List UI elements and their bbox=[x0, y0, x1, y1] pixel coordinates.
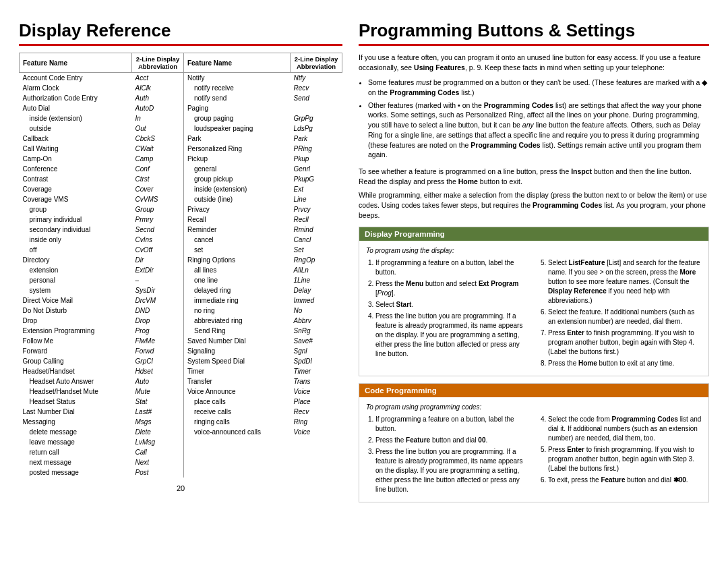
while-text: While programming, either make a selecti… bbox=[359, 190, 709, 220]
feature-abbrev-col1: Secnd bbox=[132, 225, 184, 235]
feature-abbrev-col2: Genrl bbox=[291, 164, 342, 174]
feature-abbrev-col1: Forwd bbox=[132, 346, 184, 356]
feature-name-col2: notify receive bbox=[183, 83, 290, 93]
display-prog-step-col2: Select the feature. If additional number… bbox=[548, 308, 702, 326]
feature-name-col1: Extension Programming bbox=[20, 326, 132, 336]
feature-table-container: Feature Name 2-Line Display Abbreviation… bbox=[19, 53, 342, 478]
bullet-1: Some features must be programmed on a bu… bbox=[368, 78, 709, 97]
feature-name-col2: voice-announced calls bbox=[183, 427, 290, 437]
left-title-rule bbox=[19, 44, 342, 46]
feature-name-col1: Conference bbox=[20, 164, 132, 174]
feature-name-col2: Signaling bbox=[183, 346, 290, 356]
table-row: Group CallingGrpClSystem Speed DialSpdDl bbox=[20, 356, 342, 366]
feature-name-col1: next message bbox=[20, 457, 132, 467]
feature-name-col1: Headset Status bbox=[20, 397, 132, 407]
feature-abbrev-col1: CvIns bbox=[132, 235, 184, 245]
feature-name-col2: Reminder bbox=[183, 225, 290, 235]
feature-abbrev-col1: Camp bbox=[132, 154, 184, 164]
table-row: inside (extension)Ingroup pagingGrpPg bbox=[20, 113, 342, 123]
feature-name-col1: posted message bbox=[20, 467, 132, 478]
feature-name-col1: secondary individual bbox=[20, 225, 132, 235]
code-prog-step-col1: Press the Feature button and dial 00. bbox=[375, 436, 529, 445]
feature-name-col2: Ringing Options bbox=[183, 255, 290, 265]
display-prog-step-col1: Press the Menu button and select Ext Pro… bbox=[375, 279, 529, 298]
feature-abbrev-col2: Ext bbox=[291, 184, 342, 194]
feature-name-col2: no ring bbox=[183, 306, 290, 316]
feature-abbrev-col1: LvMsg bbox=[132, 437, 184, 447]
feature-abbrev-col2: PRing bbox=[291, 144, 342, 154]
feature-abbrev-col2: Cancl bbox=[291, 235, 342, 245]
table-row: CoverageCoverinside (extension)Ext bbox=[20, 184, 342, 194]
feature-abbrev-col2: Trans bbox=[291, 376, 342, 386]
feature-name-col1: delete message bbox=[20, 427, 132, 437]
left-title: Display Reference bbox=[19, 20, 342, 41]
feature-abbrev-col1: CWait bbox=[132, 144, 184, 154]
table-row: ForwardForwdSignalingSgnl bbox=[20, 346, 342, 356]
table-row: offCvOffsetSet bbox=[20, 245, 342, 255]
feature-name-col1: system bbox=[20, 285, 132, 295]
right-column: Programming Buttons & Settings If you us… bbox=[359, 20, 709, 565]
feature-abbrev-col1: Dlete bbox=[132, 427, 184, 437]
table-row: secondary individualSecndReminderRmind bbox=[20, 225, 342, 235]
feature-name-col1: Contrast bbox=[20, 174, 132, 184]
table-row: Coverage VMSCvVMSoutside (line)Line bbox=[20, 194, 342, 204]
feature-name-col2: general bbox=[183, 164, 290, 174]
feature-abbrev-col2: Set bbox=[291, 245, 342, 255]
feature-name-col2: abbreviated ring bbox=[183, 316, 290, 326]
feature-abbrev-col1: Out bbox=[132, 123, 184, 134]
table-row: personal–one line1Line bbox=[20, 275, 342, 285]
left-column: Display Reference Feature Name 2-Line Di… bbox=[19, 20, 342, 565]
right-title: Programming Buttons & Settings bbox=[359, 20, 709, 41]
display-prog-step-col1: Press the line button you are programmin… bbox=[375, 312, 529, 359]
display-prog-step-col2: Press the Home button to exit at any tim… bbox=[548, 359, 702, 368]
feature-name-col2: delayed ring bbox=[183, 285, 290, 295]
feature-abbrev-col2: Recll bbox=[291, 214, 342, 225]
feature-name-col1: Forward bbox=[20, 346, 132, 356]
feature-abbrev-col2: RngOp bbox=[291, 255, 342, 265]
display-prog-col2: Select ListFeature [List] and search for… bbox=[539, 258, 702, 370]
feature-abbrev-col2: SpdDl bbox=[291, 356, 342, 366]
feature-abbrev-col2: Timer bbox=[291, 366, 342, 376]
display-prog-body: To program using the display: If program… bbox=[359, 241, 708, 376]
feature-abbrev-col2: Rmind bbox=[291, 225, 342, 235]
table-row: primary individualPrmryRecallRecll bbox=[20, 214, 342, 225]
feature-abbrev-col1: SysDir bbox=[132, 285, 184, 295]
feature-abbrev-col1: Stat bbox=[132, 397, 184, 407]
feature-abbrev-col1: DrcVM bbox=[132, 295, 184, 306]
feature-abbrev-col1: DND bbox=[132, 306, 184, 316]
table-row: Authorization Code EntryAuthnotify sendS… bbox=[20, 93, 342, 103]
th-feature-name-2: Feature Name bbox=[183, 53, 290, 73]
display-prog-step-col1: Select Start. bbox=[375, 300, 529, 310]
table-row: next messageNext bbox=[20, 457, 342, 467]
code-prog-col2: Select the code from Programming Codes l… bbox=[539, 415, 702, 496]
table-row: posted messagePost bbox=[20, 467, 342, 478]
feature-name-col1: Headset/Handset bbox=[20, 366, 132, 376]
feature-name-col2: Timer bbox=[183, 366, 290, 376]
feature-abbrev-col1: Prog bbox=[132, 326, 184, 336]
th-line-display-2: 2-Line Display Abbreviation bbox=[291, 53, 342, 73]
feature-abbrev-col1: Ctrst bbox=[132, 174, 184, 184]
table-row: Camp-OnCampPickupPkup bbox=[20, 154, 342, 164]
feature-abbrev-col1: AlClk bbox=[132, 83, 184, 93]
feature-name-col1: Account Code Entry bbox=[20, 73, 132, 84]
feature-abbrev-col2: Voice bbox=[291, 386, 342, 397]
table-row: Direct Voice MailDrcVMimmediate ringImme… bbox=[20, 295, 342, 306]
table-row: inside onlyCvInscancelCancl bbox=[20, 235, 342, 245]
feature-abbrev-col1: CbckS bbox=[132, 134, 184, 144]
feature-name-col2: Send Ring bbox=[183, 326, 290, 336]
display-prog-step-col2: Select ListFeature [List] and search for… bbox=[548, 258, 702, 306]
feature-name-col1: inside (extension) bbox=[20, 113, 132, 123]
feature-abbrev-col2: Immed bbox=[291, 295, 342, 306]
feature-name-col1: off bbox=[20, 245, 132, 255]
feature-name-col2: all lines bbox=[183, 265, 290, 275]
feature-abbrev-col1: Dir bbox=[132, 255, 184, 265]
feature-name-col1: Authorization Code Entry bbox=[20, 93, 132, 103]
display-programming-box: Display Programming To program using the… bbox=[359, 227, 709, 376]
feature-abbrev-col2: Sgnl bbox=[291, 346, 342, 356]
feature-abbrev-col2 bbox=[291, 457, 342, 467]
display-prog-col1: If programming a feature on a button, la… bbox=[366, 258, 529, 370]
table-row: Headset/HandsetHdsetTimerTimer bbox=[20, 366, 342, 376]
feature-name-col1: Follow Me bbox=[20, 336, 132, 346]
feature-name-col2: loudspeaker paging bbox=[183, 123, 290, 134]
display-prog-header: Display Programming bbox=[359, 227, 708, 241]
